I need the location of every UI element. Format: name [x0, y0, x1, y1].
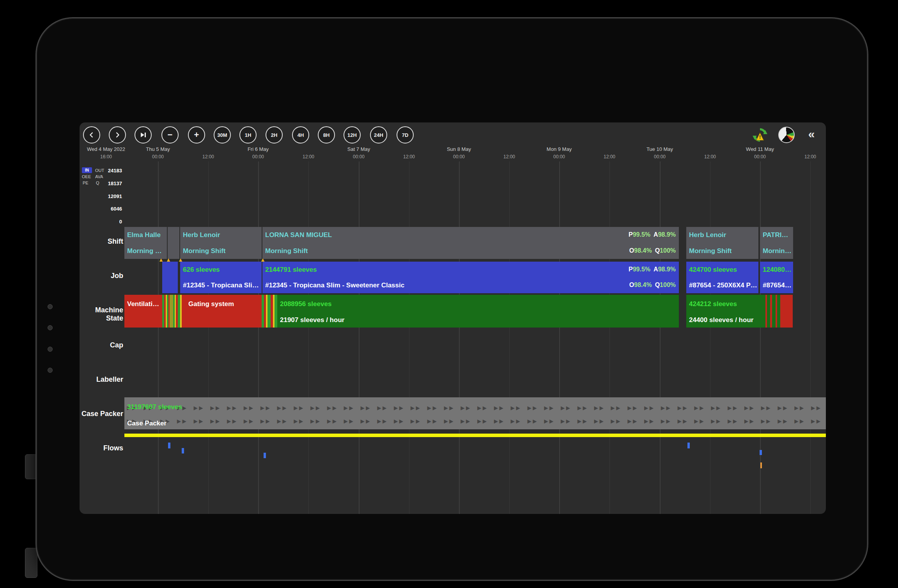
gridline-midnight	[660, 161, 661, 514]
sync-status-icon[interactable]: !	[752, 127, 768, 143]
zoom-in-button[interactable]: +	[188, 126, 205, 143]
shift-bar[interactable]: Herb Lenoir Morning Shift	[180, 227, 262, 259]
svg-text:!: !	[759, 135, 761, 140]
range-button-12h[interactable]: 12H	[344, 126, 361, 143]
shift-type: Morning Shift	[183, 247, 260, 255]
shift-bar[interactable]	[168, 227, 179, 259]
flow-marker[interactable]	[760, 462, 762, 468]
machine-state-stripe[interactable]	[772, 295, 776, 328]
flow-marker[interactable]	[182, 448, 184, 453]
day-label: Tue 10 May	[625, 146, 695, 152]
jump-to-now-button[interactable]	[135, 126, 152, 143]
flow-marker[interactable]	[687, 443, 690, 448]
day-label: Sat 7 May	[324, 146, 394, 152]
machine-state-stripe[interactable]	[182, 295, 186, 328]
row-label-labeller: Labeller	[80, 375, 123, 384]
flow-marker[interactable]	[760, 450, 762, 455]
range-button-2h[interactable]: 2H	[266, 126, 283, 143]
legend-ava[interactable]: AVA	[95, 174, 103, 179]
machine-state-stripe[interactable]	[170, 295, 173, 328]
bezel-dot	[48, 347, 53, 352]
back-button[interactable]	[83, 126, 100, 143]
case-packer-count: 31197607 sleeves	[127, 403, 825, 411]
axis-value: 18137	[91, 181, 122, 186]
row-label-flows: Flows	[80, 444, 123, 452]
job-count: 626 sleeves	[183, 266, 260, 274]
kpi-value: 99.5%	[633, 266, 650, 273]
job-count: 124080 …	[763, 266, 792, 274]
job-bar[interactable]: 2144791 sleeves #12345 - Tropicana Slim …	[262, 262, 679, 293]
machine-state-stripe[interactable]	[275, 295, 277, 328]
job-bar[interactable]: 626 sleeves #12345 - Tropicana Slim…	[180, 262, 262, 293]
legend-pe[interactable]: PE	[83, 181, 89, 185]
time-tick: 00:00	[243, 154, 274, 159]
gridline-midnight	[258, 161, 259, 514]
flow-marker[interactable]	[168, 443, 170, 448]
axis-value: 24183	[91, 168, 122, 174]
shift-bar[interactable]: Herb Lenoir Morning Shift	[686, 227, 758, 259]
job-alert-triangle-icon[interactable]: ▲	[178, 257, 183, 262]
legend-in-chip[interactable]: IN	[82, 167, 92, 173]
job-bar[interactable]	[162, 262, 178, 293]
range-button-30m[interactable]: 30M	[214, 126, 231, 143]
row-label-shift: Shift	[80, 237, 123, 246]
gridline-midnight	[760, 161, 761, 514]
kpi-label: P	[629, 266, 633, 273]
time-tick: 00:00	[544, 154, 575, 159]
machine-state-stripe[interactable]	[767, 295, 770, 328]
legend-oee[interactable]: OEE	[82, 174, 91, 179]
gridline-midnight	[559, 161, 560, 514]
shift-name: PATRIC…	[763, 231, 792, 239]
forward-button[interactable]	[109, 126, 126, 143]
kpi-label: Q	[655, 282, 660, 288]
bezel-dot	[48, 368, 53, 373]
job-bar[interactable]: 124080 … #87654 …	[760, 262, 793, 293]
machine-state-stripe[interactable]	[777, 295, 780, 328]
range-button-4h[interactable]: 4H	[292, 126, 309, 143]
axis-value: 6046	[91, 206, 122, 212]
range-button-1h[interactable]: 1H	[239, 126, 257, 143]
time-tick: 00:00	[644, 154, 675, 159]
job-alert-triangle-icon[interactable]: ▲	[158, 257, 164, 262]
job-alert-triangle-icon[interactable]: ▲	[166, 257, 171, 262]
shift-bar[interactable]: PATRIC… Mornin…	[760, 227, 793, 259]
timeline-origin-time: 16:00	[90, 154, 122, 159]
kpi-block: P99.5%A98.9% O98.4%Q100%	[559, 262, 676, 293]
kpi-value: 98.9%	[658, 266, 676, 273]
machine-state-bar[interactable]: 2088956 sleeves 21907 sleeves / hour	[277, 295, 679, 328]
job-bar[interactable]: 424700 sleeves #87654 - 250X6X4 Pl…	[686, 262, 758, 293]
range-button-8h[interactable]: 8H	[318, 126, 335, 143]
machine-state-bar[interactable]: Ventilatio…	[124, 295, 162, 328]
range-button-24h[interactable]: 24H	[370, 126, 387, 143]
kpi-label: Q	[655, 247, 660, 254]
shift-bar[interactable]: LORNA SAN MIGUEL Morning Shift P99.5%A98…	[262, 227, 679, 259]
kpi-label: P	[629, 231, 633, 238]
machine-state-stripe[interactable]	[780, 295, 793, 328]
machine-state-stripe[interactable]	[267, 295, 271, 328]
gridline-noon	[710, 161, 710, 514]
kpi-value: 98.4%	[634, 247, 652, 254]
gridline-noon	[308, 161, 309, 514]
case-packer-bar[interactable]: 31197607 sleeves Case Packer ►►►►►►►►►►►…	[124, 397, 826, 429]
range-button-7d[interactable]: 7D	[397, 126, 414, 143]
kpi-label: A	[654, 231, 658, 238]
kpi-value: 98.4%	[634, 282, 652, 288]
gridline-midnight	[459, 161, 460, 514]
time-tick: 12:00	[594, 154, 625, 159]
shift-name: Herb Lenoir	[183, 231, 260, 239]
row-label-cap: Cap	[80, 341, 123, 349]
user-avatar[interactable]	[778, 127, 795, 143]
day-label: Mon 9 May	[524, 146, 594, 152]
day-label: Sun 8 May	[424, 146, 494, 152]
machine-state-bar[interactable]: Gating system	[186, 295, 262, 328]
shift-bar[interactable]: Elma Halle Morning Shift	[124, 227, 167, 259]
time-tick: 00:00	[343, 154, 374, 159]
time-tick: 00:00	[443, 154, 475, 159]
collapse-panel-button[interactable]: «	[803, 126, 820, 143]
job-alert-triangle-icon[interactable]: ▲	[260, 257, 266, 262]
time-tick: 00:00	[142, 154, 174, 159]
zoom-out-button[interactable]: −	[161, 126, 179, 143]
day-label: Thu 5 May	[123, 146, 193, 152]
kpi-label: O	[629, 282, 634, 288]
flow-marker[interactable]	[264, 453, 266, 458]
